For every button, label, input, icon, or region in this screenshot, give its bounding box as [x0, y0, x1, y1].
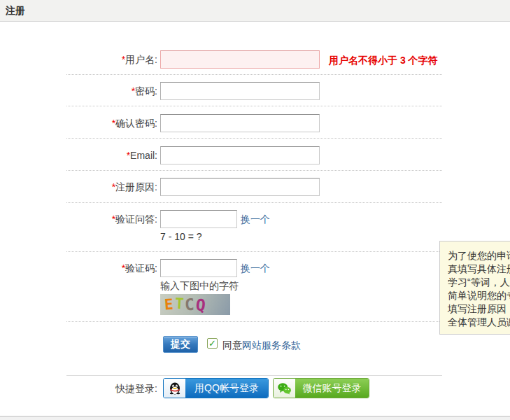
tooltip-line: 填写注册原因，您 — [448, 302, 510, 316]
password-label: *密码: — [66, 82, 157, 100]
page-title: 注册 — [6, 5, 25, 18]
checkmark-icon: ✓ — [208, 339, 216, 348]
row-separator — [66, 74, 442, 75]
security-answer-input[interactable] — [160, 210, 237, 228]
submit-button[interactable]: 提交 — [163, 336, 198, 353]
agree-terms-checkbox[interactable]: ✓ — [207, 338, 218, 349]
register-reason-tooltip: 为了使您的申请上 真填写具体注册原 学习“等词，人工 简单说明您的专业 填写注册… — [439, 241, 510, 335]
captcha-label: *验证码: — [66, 259, 157, 277]
tooltip-line: 为了使您的申请上 — [448, 249, 510, 262]
row-separator — [66, 138, 442, 139]
tooltip-line: 学习“等词，人工 — [448, 276, 510, 289]
register-reason-label: *注册原因: — [66, 178, 157, 196]
username-input[interactable] — [160, 50, 320, 69]
section-separator — [66, 375, 442, 376]
row-separator — [66, 251, 442, 252]
confirm-password-label: *确认密码: — [66, 114, 157, 132]
captcha-letter: Q — [195, 295, 208, 314]
captcha-image: E T C Q — [160, 294, 230, 315]
row-separator — [66, 321, 442, 322]
confirm-password-input[interactable] — [160, 114, 320, 132]
captcha-letter: T — [174, 295, 185, 313]
email-label: *Email: — [66, 146, 157, 164]
security-question-text: 7 - 10 = ? — [160, 231, 202, 242]
wechat-login-button[interactable]: 微信账号登录 — [273, 378, 369, 398]
row-separator — [66, 202, 442, 203]
row-separator — [66, 106, 442, 106]
email-input[interactable] — [160, 146, 320, 164]
tooltip-line: 真填写具体注册原 — [448, 262, 510, 276]
quick-login-label: 快捷登录: — [66, 379, 157, 399]
captcha-hint: 输入下图中的字符 — [160, 280, 239, 293]
tooltip-line: 简单说明您的专业 — [448, 289, 510, 302]
captcha-input[interactable] — [160, 259, 237, 277]
wechat-login-label: 微信账号登录 — [295, 379, 369, 398]
change-question-link[interactable]: 换一个 — [241, 214, 270, 226]
password-input[interactable] — [160, 82, 320, 100]
wechat-icon — [274, 379, 295, 398]
username-error-message: 用户名不得小于 3 个字符 — [329, 55, 438, 67]
qq-login-label: 用QQ帐号登录 — [185, 379, 268, 398]
footer-area — [0, 416, 510, 420]
page-header — [0, 0, 510, 22]
tooltip-line: 全体管理人员谢谢 — [448, 316, 510, 329]
username-label: *用户名: — [66, 50, 157, 69]
captcha-letter: E — [164, 296, 175, 314]
terms-of-service-link[interactable]: 网站服务条款 — [242, 340, 301, 351]
qq-login-button[interactable]: 用QQ帐号登录 — [163, 378, 269, 398]
register-reason-input[interactable] — [160, 178, 320, 196]
qq-icon — [164, 379, 185, 398]
security-question-label: *验证问答: — [66, 210, 157, 228]
row-separator — [66, 170, 442, 171]
agree-terms-text: 同意网站服务条款 — [222, 340, 301, 352]
change-captcha-link[interactable]: 换一个 — [241, 262, 270, 275]
